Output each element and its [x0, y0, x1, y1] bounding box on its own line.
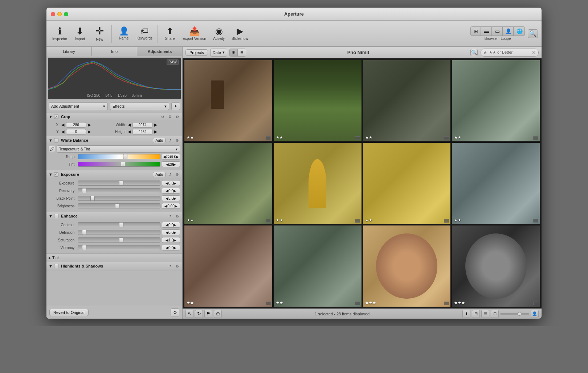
sort-button[interactable]: ☰ — [481, 310, 489, 318]
wb-temp-stepper-right[interactable]: ▶ — [176, 155, 179, 159]
hs-reset-button[interactable]: ↺ — [167, 263, 173, 269]
photo-cell-7[interactable]: ★★ — [363, 142, 451, 224]
loupe-button[interactable]: 🔍 — [528, 29, 538, 38]
exposure-auto-button[interactable]: Auto — [153, 172, 166, 177]
contrast-stepper-right[interactable]: ▶ — [173, 223, 176, 227]
photo-cell-5[interactable]: ★★ — [184, 142, 273, 224]
photo-cell-8[interactable]: ★★ — [452, 142, 540, 224]
photo-cell-4[interactable]: ★★ — [452, 60, 540, 142]
places-button[interactable]: 🌐 — [514, 27, 524, 36]
black-point-stepper-left[interactable]: ◀ — [166, 196, 168, 200]
tint-header[interactable]: ▶ Tint — [46, 254, 182, 262]
single-view-button[interactable]: ▭ — [493, 27, 503, 36]
recovery-stepper-left[interactable]: ◀ — [166, 189, 168, 193]
saturation-thumb[interactable] — [119, 237, 123, 243]
wb-temp-thumb[interactable] — [123, 154, 127, 159]
wb-tint-slider[interactable] — [78, 162, 160, 167]
exposure-reset-button[interactable]: ↺ — [167, 171, 173, 177]
crop-width-stepper-left[interactable]: ◀ — [127, 123, 131, 127]
new-button[interactable]: ✛ New — [90, 23, 109, 45]
vibrancy-stepper-left[interactable]: ◀ — [166, 246, 168, 250]
tab-info[interactable]: Info — [92, 47, 137, 56]
brightness-thumb[interactable] — [115, 203, 119, 208]
crop-x-stepper-left[interactable]: ◀ — [61, 123, 65, 127]
share-button[interactable]: ⬆ Share — [161, 23, 179, 45]
crop-reset-button[interactable]: ↺ — [160, 114, 166, 120]
photo-cell-10[interactable]: ★★ — [273, 225, 362, 307]
wb-reset-button[interactable]: ↺ — [167, 137, 173, 143]
crop-x-value[interactable]: 286 — [66, 122, 86, 128]
exposure-slider[interactable] — [78, 181, 160, 186]
export-version-button[interactable]: 📤 Export Version — [180, 23, 208, 45]
faces-button[interactable]: 👤 — [503, 27, 514, 36]
minimize-button[interactable] — [57, 12, 62, 16]
revert-to-original-button[interactable]: Revert to Original — [49, 309, 89, 316]
exposure-stepper-right[interactable]: ▶ — [173, 181, 176, 185]
brightness-slider[interactable] — [78, 203, 160, 208]
grid-view-btn[interactable]: ⊞ — [230, 49, 238, 56]
black-point-stepper-right[interactable]: ▶ — [173, 196, 176, 200]
wb-tint-stepper-right[interactable]: ▶ — [173, 162, 176, 166]
exposure-checkbox[interactable] — [54, 172, 58, 177]
search-zoom-button[interactable]: 🔍 — [470, 49, 478, 56]
adjustments-gear-button[interactable]: ⚙ — [171, 308, 179, 316]
crop-y-stepper-left[interactable]: ◀ — [61, 129, 65, 134]
crop-y-stepper-right[interactable]: ▶ — [87, 129, 91, 134]
photo-cell-6[interactable]: ★★ — [273, 142, 362, 224]
grid-options-button[interactable]: ⊞ — [472, 310, 480, 318]
inspector-button[interactable]: ℹ Inspector — [50, 23, 69, 45]
saturation-slider[interactable] — [78, 237, 160, 243]
photo-cell-1[interactable]: ★★ — [184, 60, 273, 142]
crop-y-value[interactable]: 0 — [66, 129, 86, 134]
definition-thumb[interactable] — [82, 230, 86, 235]
select-tool-button[interactable]: ↖ — [185, 310, 193, 318]
wb-temp-slider[interactable] — [78, 154, 160, 159]
hs-checkbox[interactable] — [54, 264, 58, 268]
contrast-slider[interactable] — [78, 222, 160, 227]
wb-eyedropper-button[interactable]: 🖊 — [49, 146, 55, 152]
recovery-slider[interactable] — [78, 188, 160, 193]
crop-header[interactable]: ▼ Crop ↺ ⧉ ⚙ — [46, 113, 182, 121]
saturation-stepper-right[interactable]: ▶ — [173, 238, 176, 242]
flag-tool-button[interactable]: ⚑ — [204, 310, 212, 318]
vibrancy-thumb[interactable] — [82, 245, 86, 250]
vibrancy-slider[interactable] — [78, 245, 160, 250]
photo-cell-2[interactable]: ★★ — [273, 60, 362, 142]
vibrancy-stepper-right[interactable]: ▶ — [173, 246, 176, 250]
info-overlay-button[interactable]: ℹ — [462, 310, 470, 318]
zoom-thumb[interactable] — [518, 312, 521, 316]
wb-auto-button[interactable]: Auto — [153, 138, 166, 143]
crop-width-value[interactable]: 2974 — [132, 122, 152, 128]
wb-settings-button[interactable]: ⚙ — [174, 137, 180, 143]
crop-checkbox[interactable] — [54, 115, 58, 119]
person-button[interactable]: 👤 — [531, 310, 539, 318]
zoom-slider[interactable] — [500, 313, 529, 315]
enhance-header[interactable]: ▼ Enhance ↺ ⚙ — [46, 212, 182, 220]
crop-copy-button[interactable]: ⧉ — [167, 114, 173, 120]
effects-dropdown[interactable]: Effects ▾ — [110, 102, 169, 110]
photo-cell-11[interactable]: ★★★ — [363, 225, 451, 307]
rotate-tool-button[interactable]: ↻ — [195, 310, 203, 318]
wb-temp-stepper-left[interactable]: ◀ — [163, 155, 166, 159]
exposure-settings-button[interactable]: ⚙ — [174, 171, 180, 177]
wb-tint-thumb[interactable] — [121, 162, 125, 167]
recovery-thumb[interactable] — [82, 188, 86, 193]
enhance-checkbox[interactable] — [54, 214, 58, 218]
definition-stepper-right[interactable]: ▶ — [173, 231, 176, 235]
recovery-stepper-right[interactable]: ▶ — [173, 189, 176, 193]
wb-checkbox[interactable] — [54, 138, 58, 142]
keywords-button[interactable]: 🏷 Keywords — [134, 23, 155, 45]
black-point-thumb[interactable] — [90, 196, 95, 201]
search-clear-button[interactable]: ✕ — [532, 50, 536, 55]
definition-slider[interactable] — [78, 230, 160, 235]
photo-cell-3[interactable]: ★★ — [363, 60, 451, 142]
wb-tint-stepper-left[interactable]: ◀ — [166, 162, 169, 166]
white-balance-header[interactable]: ▼ White Balance Auto ↺ ⚙ — [46, 136, 182, 144]
wb-mode-selector[interactable]: Temperature & Tint ▾ — [57, 145, 180, 153]
crop-x-stepper-right[interactable]: ▶ — [87, 123, 91, 127]
contrast-stepper-left[interactable]: ◀ — [166, 223, 168, 227]
activity-button[interactable]: ◉ Activity — [210, 23, 228, 45]
exposure-stepper-left[interactable]: ◀ — [166, 181, 168, 185]
enhance-settings-button[interactable]: ⚙ — [174, 213, 180, 219]
crop-height-value[interactable]: 4464 — [132, 129, 152, 134]
